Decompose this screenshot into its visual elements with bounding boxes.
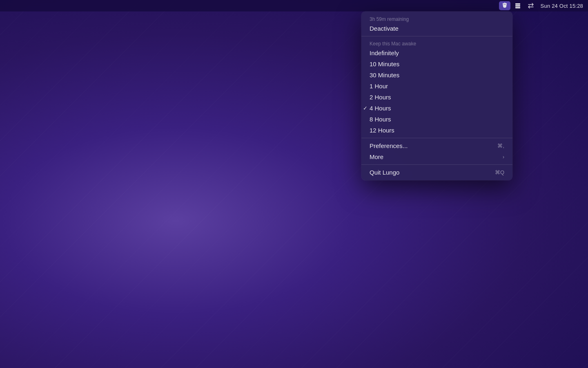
transfer-icon[interactable] — [525, 1, 537, 10]
2-hours-label: 2 Hours — [370, 94, 391, 101]
10-minutes-label: 10 Minutes — [370, 61, 399, 67]
4-hours-label: 4 Hours — [370, 105, 391, 112]
separator-3 — [361, 164, 512, 165]
preferences-item[interactable]: Preferences... ⌘, — [361, 140, 512, 151]
4-hours-item[interactable]: ✓ 4 Hours — [361, 103, 512, 114]
30-minutes-item[interactable]: ✓ 30 Minutes — [361, 70, 512, 81]
12-hours-item[interactable]: ✓ 12 Hours — [361, 125, 512, 136]
30-minutes-label: 30 Minutes — [370, 72, 399, 79]
preferences-shortcut-text: ⌘, — [497, 143, 504, 149]
section-header: Keep this Mac awake — [361, 38, 512, 47]
menubar-right: Sun 24 Oct 15:28 — [499, 1, 583, 10]
8-hours-item[interactable]: ✓ 8 Hours — [361, 114, 512, 125]
1-hour-label: 1 Hour — [370, 83, 388, 90]
more-label: More — [370, 153, 383, 160]
4-hours-checkmark: ✓ — [363, 105, 368, 111]
stack-icon[interactable] — [512, 1, 523, 10]
more-arrow-icon: › — [503, 154, 504, 160]
svg-rect-1 — [515, 5, 520, 7]
separator-1 — [361, 36, 512, 36]
separator-2 — [361, 138, 512, 138]
lungo-coffee-icon[interactable] — [499, 1, 510, 10]
remaining-time: 3h 59m remaining — [361, 14, 512, 23]
8-hours-label: 8 Hours — [370, 116, 391, 123]
svg-rect-2 — [515, 7, 520, 9]
more-item[interactable]: More › — [361, 151, 512, 162]
2-hours-item[interactable]: ✓ 2 Hours — [361, 92, 512, 103]
desktop: Sun 24 Oct 15:28 3h 59m remaining Deacti… — [0, 0, 588, 368]
12-hours-label: 12 Hours — [370, 127, 394, 134]
indefinitely-item[interactable]: ✓ Indefinitely — [361, 47, 512, 58]
10-minutes-item[interactable]: ✓ 10 Minutes — [361, 58, 512, 70]
preferences-shortcut: ⌘, — [497, 143, 504, 149]
menubar: Sun 24 Oct 15:28 — [0, 0, 588, 11]
deactivate-item[interactable]: Deactivate — [361, 23, 512, 34]
deactivate-label: Deactivate — [370, 25, 399, 32]
svg-rect-0 — [515, 3, 520, 5]
quit-label: Quit Lungo — [370, 169, 399, 176]
menubar-clock: Sun 24 Oct 15:28 — [541, 3, 583, 9]
quit-item[interactable]: Quit Lungo ⌘Q — [361, 167, 512, 178]
preferences-label: Preferences... — [370, 142, 408, 149]
quit-shortcut-text: ⌘Q — [495, 169, 504, 175]
indefinitely-label: Indefinitely — [370, 49, 399, 56]
1-hour-item[interactable]: ✓ 1 Hour — [361, 81, 512, 92]
dropdown-menu: 3h 59m remaining Deactivate Keep this Ma… — [361, 11, 512, 180]
quit-shortcut: ⌘Q — [495, 169, 504, 175]
